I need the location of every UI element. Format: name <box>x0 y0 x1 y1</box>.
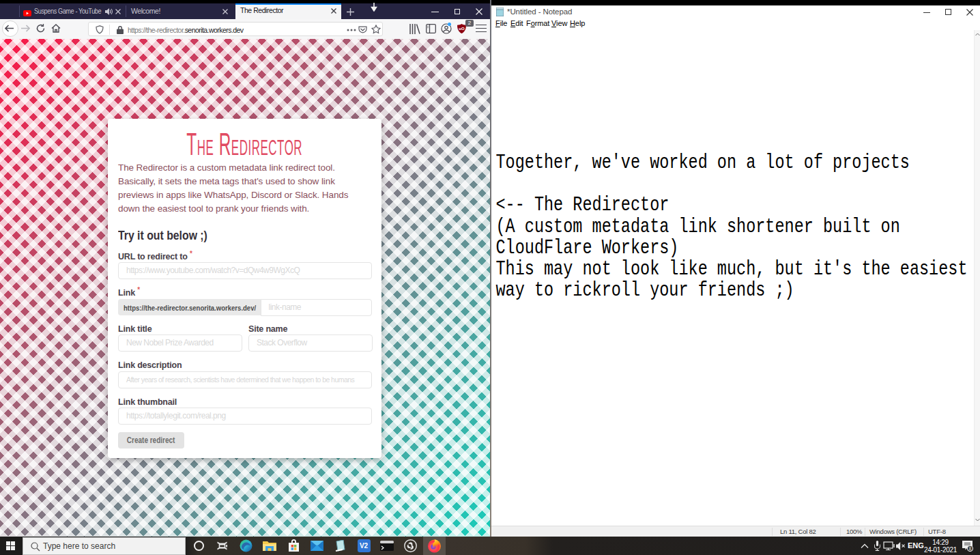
svg-text:uO: uO <box>459 27 465 31</box>
svg-text:8: 8 <box>969 546 972 551</box>
